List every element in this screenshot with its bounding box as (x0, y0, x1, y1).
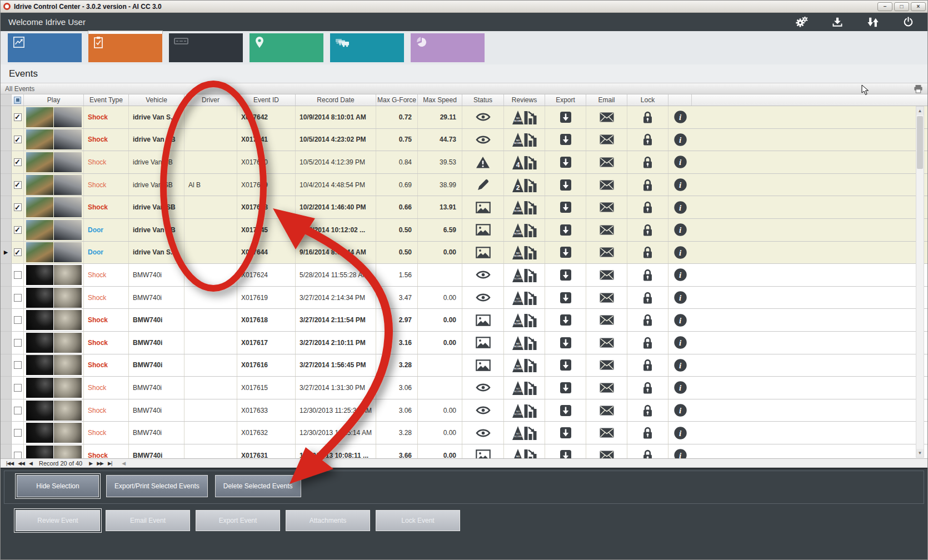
email-event-button[interactable]: Email Event (106, 510, 190, 531)
email-icon[interactable] (600, 315, 614, 325)
info-icon[interactable]: i (673, 426, 687, 440)
row-checkbox[interactable] (14, 429, 22, 437)
tab-dvr[interactable] (169, 33, 243, 62)
lock-icon[interactable] (641, 246, 654, 259)
row-checkbox[interactable]: ✓ (14, 113, 22, 121)
info-icon[interactable]: i (673, 110, 687, 124)
export-icon[interactable] (559, 223, 572, 237)
pager-first-button[interactable]: |◀◀ (6, 461, 13, 466)
event-video-thumbnail[interactable] (26, 152, 82, 172)
pager-next-button[interactable]: ▶ (89, 461, 92, 466)
review-score-icon[interactable]: NO SCORE (512, 424, 537, 441)
event-video-thumbnail[interactable] (26, 220, 82, 240)
lock-icon[interactable] (641, 404, 654, 417)
lock-icon[interactable] (641, 291, 654, 304)
event-video-thumbnail[interactable] (26, 333, 82, 353)
email-icon[interactable] (600, 134, 614, 144)
lock-icon[interactable] (641, 133, 654, 146)
info-icon[interactable]: i (673, 155, 687, 169)
event-video-thumbnail[interactable] (26, 242, 82, 262)
event-video-thumbnail[interactable] (26, 446, 82, 458)
maximize-button[interactable]: □ (894, 2, 909, 11)
review-score-icon[interactable]: NO SCORE (512, 334, 537, 351)
scrollbar-thumb[interactable] (917, 116, 923, 169)
column-header-record-date[interactable]: Record Date (296, 94, 376, 106)
info-icon[interactable]: i (673, 246, 687, 259)
minimize-button[interactable]: – (877, 2, 892, 11)
row-checkbox[interactable]: ✓ (14, 248, 22, 256)
export-icon[interactable] (559, 426, 572, 439)
export-icon[interactable] (559, 178, 572, 192)
export-icon[interactable] (559, 404, 572, 417)
lock-icon[interactable] (641, 426, 654, 439)
lock-icon[interactable] (641, 268, 654, 282)
row-checkbox[interactable] (14, 361, 22, 369)
column-header-driver[interactable]: Driver (184, 94, 237, 106)
lock-icon[interactable] (641, 449, 654, 458)
row-checkbox[interactable] (14, 407, 22, 414)
event-video-thumbnail[interactable] (26, 129, 82, 149)
row-checkbox[interactable] (14, 452, 22, 458)
tab-fleet-manager[interactable] (330, 33, 404, 62)
lock-icon[interactable] (641, 111, 654, 124)
lock-icon[interactable] (641, 358, 654, 372)
lock-icon[interactable] (641, 223, 654, 237)
row-checkbox[interactable]: ✓ (14, 158, 22, 166)
row-checkbox[interactable]: ✓ (14, 181, 22, 189)
review-score-icon[interactable]: NO SCORE (512, 312, 537, 328)
column-header-indicator[interactable] (1, 94, 12, 106)
event-video-thumbnail[interactable] (26, 355, 82, 375)
review-score-icon[interactable]: NO SCORE (512, 447, 537, 458)
review-score-icon[interactable]: NO SCORE (512, 267, 537, 283)
row-checkbox[interactable]: ✓ (14, 136, 22, 143)
column-header-event-id[interactable]: Event ID (237, 94, 296, 106)
info-icon[interactable]: i (673, 403, 687, 417)
vertical-scrollbar[interactable]: ▲ ▼ (916, 106, 924, 458)
export-icon[interactable] (559, 336, 572, 349)
close-button[interactable]: × (911, 2, 926, 11)
review-score-icon[interactable]: NO SCORE (512, 289, 537, 306)
row-checkbox[interactable]: ✓ (14, 203, 22, 211)
event-video-thumbnail[interactable] (26, 175, 82, 195)
lock-icon[interactable] (641, 336, 654, 349)
email-icon[interactable] (600, 157, 614, 167)
event-video-thumbnail[interactable] (26, 310, 82, 330)
column-header-status[interactable]: Status (462, 94, 504, 106)
column-header-select[interactable] (12, 94, 24, 106)
scroll-up-icon[interactable]: ▲ (916, 107, 924, 115)
review-score-icon[interactable]: NO SCORE (512, 109, 537, 126)
export-icon[interactable] (559, 291, 572, 304)
event-video-thumbnail[interactable] (26, 423, 82, 443)
row-checkbox[interactable] (14, 294, 22, 302)
delete-selected-events-button[interactable]: Delete Selected Events (215, 475, 301, 497)
column-header-reviews[interactable]: Reviews (504, 94, 545, 106)
export-icon[interactable] (559, 449, 572, 458)
email-icon[interactable] (600, 112, 614, 122)
column-header-lock[interactable]: Lock (627, 94, 668, 106)
email-icon[interactable] (600, 338, 614, 348)
export-icon[interactable] (559, 381, 572, 394)
email-icon[interactable] (600, 180, 614, 190)
tab-dashboard[interactable] (8, 33, 82, 62)
review-score-icon[interactable]: NO SCORE (512, 244, 537, 261)
select-all-checkbox[interactable] (14, 97, 21, 104)
email-icon[interactable] (600, 270, 614, 280)
column-header-info[interactable] (668, 94, 692, 106)
tab-reports[interactable] (411, 33, 485, 62)
lock-icon[interactable] (641, 313, 654, 327)
review-score-icon[interactable]: NO SCORE (512, 131, 537, 148)
lock-icon[interactable] (641, 201, 654, 214)
column-header-play[interactable]: Play (24, 94, 84, 106)
email-icon[interactable] (600, 428, 614, 438)
export-icon[interactable] (559, 111, 572, 124)
review-score-icon[interactable]: NO SCORE (512, 222, 537, 238)
email-icon[interactable] (600, 406, 614, 416)
review-score-icon[interactable]: NO SCORE (512, 379, 537, 396)
email-icon[interactable] (600, 202, 614, 212)
scroll-down-icon[interactable]: ▼ (916, 449, 924, 457)
review-score-icon[interactable]: NO SCORE (512, 357, 537, 373)
event-video-thumbnail[interactable] (26, 401, 82, 421)
event-video-thumbnail[interactable] (26, 197, 82, 217)
print-grid-icon[interactable] (914, 84, 923, 93)
header-action-logout[interactable] (903, 17, 917, 27)
